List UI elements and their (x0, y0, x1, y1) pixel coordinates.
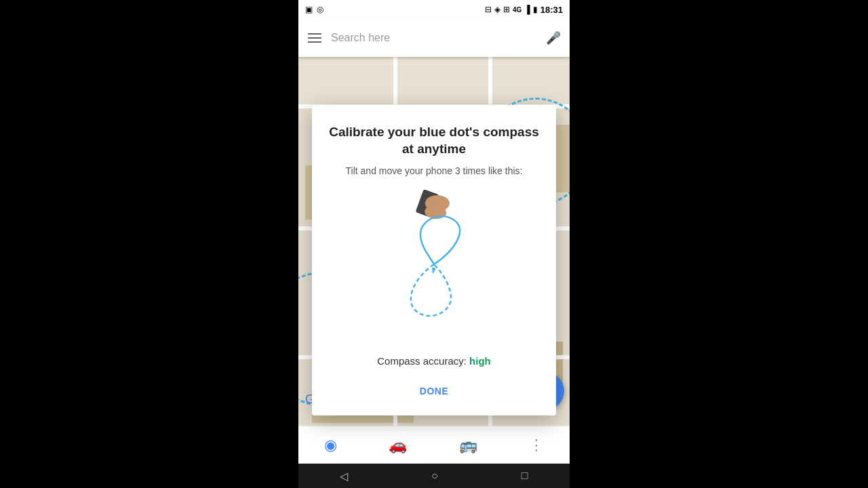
mic-icon[interactable]: 🎤 (547, 31, 560, 45)
hamburger-menu-icon[interactable] (308, 33, 321, 43)
dialog-title: Calibrate your blue dot's compass at any… (328, 124, 540, 157)
vibrate-icon: ⊞ (503, 5, 510, 14)
accuracy-label: Compass accuracy: (377, 355, 467, 367)
battery-icon: ▮ (533, 5, 538, 14)
figure8-illustration (366, 190, 502, 339)
whatsapp-icon: ◎ (317, 5, 323, 14)
left-overlay (0, 0, 298, 488)
signal-4g-icon: 4G (513, 6, 521, 14)
dialog-subtitle: Tilt and move your phone 3 times like th… (346, 165, 523, 176)
done-button[interactable]: DONE (409, 380, 459, 402)
video-icon: ▣ (305, 5, 313, 14)
signal-bars-icon: ▐ (524, 5, 530, 14)
status-bar: ▣ ◎ ⊟ ◈ ⊞ 4G ▐ ▮ 18:31 (298, 0, 570, 19)
right-overlay (570, 0, 868, 488)
status-left-icons: ▣ ◎ (305, 5, 323, 14)
search-input[interactable]: Search here (331, 32, 537, 44)
figure8-svg (366, 190, 502, 339)
dialog-overlay: Calibrate your blue dot's compass at any… (298, 57, 570, 464)
time-display: 18:31 (540, 5, 563, 15)
search-bar: Search here 🎤 (298, 19, 570, 57)
back-button[interactable]: ◁ (340, 470, 348, 483)
status-right-icons: ⊟ ◈ ⊞ 4G ▐ ▮ 18:31 (485, 5, 563, 15)
recent-button[interactable]: □ (521, 470, 528, 482)
calibration-dialog: Calibrate your blue dot's compass at any… (312, 105, 556, 415)
svg-marker-2 (431, 268, 436, 275)
wifi-icon: ⊟ (485, 5, 492, 14)
home-button[interactable]: ○ (431, 470, 438, 482)
location-icon: ◈ (494, 5, 500, 14)
android-nav-bar: ◁ ○ □ (298, 464, 570, 488)
compass-accuracy-row: Compass accuracy: high (377, 355, 491, 367)
accuracy-value: high (469, 355, 491, 367)
